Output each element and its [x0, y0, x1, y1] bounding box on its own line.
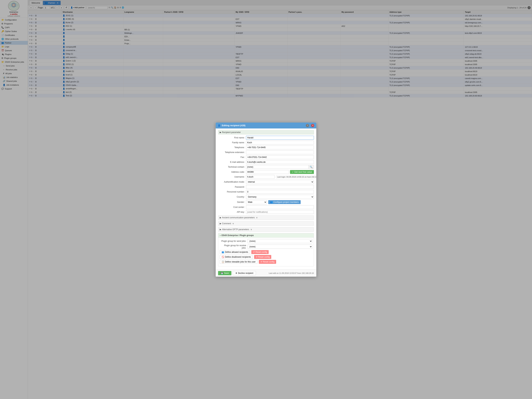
reset-allowed-button[interactable]: ↺ Reset config	[251, 250, 269, 254]
address-code-container: ✓ Get next free value	[246, 170, 314, 174]
address-code-row: Address code: ✓ Get next free value	[218, 170, 314, 174]
dialog-body: ▶ Recipient parameter First name: Family…	[216, 128, 316, 269]
plugin-send-row: Plugin group for send jobs: (none)	[220, 239, 312, 243]
alt-oftp-section: ▶ Alternative OFTP parameters ∨	[218, 227, 314, 232]
plugin-receive-label: Plugin group for receive jobs:	[220, 244, 247, 249]
technical-contact-input[interactable]	[246, 165, 309, 169]
personnel-number-row: Personnel number:	[218, 190, 314, 194]
recipient-params-section: ▶ Recipient parameter	[218, 130, 314, 134]
decline-recipient-button[interactable]: ⬇ Decline recipient	[233, 271, 256, 275]
telephone-ext-label: Telephone extension:	[218, 151, 246, 153]
define-disallowed-recipients-button[interactable]: 🚫 Define disallowed recipients	[220, 255, 253, 259]
alt-oftp-collapse-icon: ▶	[220, 228, 221, 231]
technical-contact-label: Technical contact:	[218, 166, 246, 168]
plugin-receive-select[interactable]: (none)	[247, 245, 312, 249]
comment-header[interactable]: ▶ Comment ∨	[218, 222, 314, 226]
dialog-footer: 💾 Save ⬇ Decline recipient Last edit on …	[216, 269, 316, 277]
disallowed-recipients-group: 🚫 Define disallowed recipients ↺ Reset c…	[220, 255, 312, 259]
login-info-text: Last login: 04.09.2018 14:56:15 on host …	[276, 175, 317, 179]
configure-project-members-button[interactable]: 👥 Configure project members	[268, 200, 301, 204]
save-button[interactable]: 💾 Save	[218, 271, 231, 275]
define-allowed-recipients-button[interactable]: 👥 Define allowed recipients	[220, 250, 250, 254]
dialog-title: Editing recipient (#28)	[222, 124, 304, 127]
reset-viewable-icon: ↺	[260, 261, 262, 263]
disallowed-recipients-icon: 🚫	[222, 256, 224, 258]
section-triangle-icon: ▶	[220, 131, 221, 133]
username-label: Username:	[218, 176, 246, 178]
comment-section: ▶ Comment ∨	[218, 221, 314, 226]
auth-mode-row: Authentification mode: internal external…	[218, 180, 314, 184]
decline-icon: ⬇	[235, 272, 237, 274]
api-key-row: API key:	[218, 210, 314, 214]
auth-mode-select[interactable]: internal external ldap	[246, 180, 314, 184]
reset-disallowed-button[interactable]: ↺ Reset config	[254, 255, 271, 259]
dialog-header: 👤 Editing recipient (#28) ? ✕	[216, 123, 316, 128]
country-label: Country:	[218, 196, 246, 198]
telephone-input[interactable]	[246, 146, 314, 149]
telephone-row: Telephone:	[218, 146, 314, 149]
address-code-input[interactable]	[246, 170, 289, 174]
footer-buttons: 💾 Save ⬇ Decline recipient	[218, 271, 256, 275]
cost-center-row: Cost center:	[218, 205, 314, 209]
technical-contact-search-button[interactable]: 🔍	[309, 165, 314, 169]
telephone-ext-input[interactable]	[246, 150, 314, 154]
plugin-groups-header: – OS4X Enterprise / Plugin groups	[218, 233, 314, 238]
address-code-label: Address code:	[218, 171, 246, 173]
family-name-input[interactable]	[246, 141, 314, 145]
plugin-receive-row: Plugin group for receive jobs: (none)	[220, 244, 312, 249]
password-row: Password:	[218, 185, 314, 189]
last-edit-info: Last edit on 11.09.2018 13:53:07 from 19…	[269, 272, 314, 274]
alt-oftp-header[interactable]: ▶ Alternative OFTP parameters ∨	[218, 227, 314, 232]
country-row: Country: Germany USA UK	[218, 195, 314, 199]
first-name-input[interactable]	[246, 136, 314, 140]
password-label: Password:	[218, 186, 246, 188]
ancient-comm-header[interactable]: ▶ Ancient communication parameters ∨	[218, 215, 314, 220]
email-row: E-mail address:	[218, 160, 314, 164]
plugin-groups-body: Plugin group for send jobs: (none) Plugi…	[218, 238, 314, 266]
define-viewable-jobs-button[interactable]: 📋 Define viewable jobs for this user	[220, 260, 258, 264]
username-row: Username: Last login: 04.09.2018 14:56:1…	[218, 175, 314, 179]
plugin-groups-section: – OS4X Enterprise / Plugin groups Plugin…	[218, 233, 314, 266]
reset-disallowed-icon: ↺	[256, 256, 258, 258]
email-input[interactable]	[246, 160, 314, 164]
first-name-row: First name:	[218, 136, 314, 140]
country-select[interactable]: Germany USA UK	[246, 195, 314, 199]
viewable-jobs-group: 📋 Define viewable jobs for this user ↺ R…	[220, 260, 312, 264]
get-next-free-button[interactable]: ✓ Get next free value	[290, 170, 314, 174]
expand-chevron-icon: ∨	[256, 216, 258, 219]
email-label: E-mail address:	[218, 161, 246, 163]
api-key-input[interactable]	[246, 210, 314, 214]
comment-chevron-icon: ∨	[232, 222, 234, 225]
gender-select[interactable]: Male Female Other	[246, 200, 267, 204]
cost-center-input[interactable]	[246, 205, 314, 209]
gender-row: Gender: Male Female Other 👥 Configure pr…	[218, 200, 314, 204]
family-name-row: Family name:	[218, 141, 314, 145]
reset-viewable-button[interactable]: ↺ Reset config	[259, 260, 276, 264]
password-input[interactable]	[246, 185, 314, 189]
plugin-send-select[interactable]: (none)	[247, 239, 312, 243]
telephone-ext-row: Telephone extension:	[218, 150, 314, 154]
personnel-number-input[interactable]	[246, 190, 314, 194]
dialog-help-button[interactable]: ?	[306, 124, 309, 127]
fax-input[interactable]	[246, 155, 314, 159]
alt-oftp-chevron-icon: ∨	[251, 228, 252, 231]
dialog-person-icon: 👤	[218, 124, 220, 127]
fax-row: Fax:	[218, 155, 314, 159]
dialog-close-button[interactable]: ✕	[311, 124, 314, 127]
username-input[interactable]	[246, 175, 274, 179]
technical-contact-row: Technical contact: 🔍	[218, 165, 314, 169]
collapse-icon: ▶	[220, 216, 221, 219]
dialog-overlay: 👤 Editing recipient (#28) ? ✕ ▶ Recipien…	[0, 0, 532, 399]
cost-center-label: Cost center:	[218, 206, 246, 208]
save-icon: 💾	[221, 272, 223, 274]
family-name-label: Family name:	[218, 141, 246, 144]
personnel-number-label: Personnel number:	[218, 191, 246, 193]
plugin-send-label: Plugin group for send jobs:	[220, 240, 247, 242]
fax-label: Fax:	[218, 156, 246, 158]
checkmark-icon: ✓	[292, 171, 294, 173]
viewable-jobs-icon: 📋	[222, 261, 224, 263]
telephone-label: Telephone:	[218, 146, 246, 149]
allowed-recipients-icon: 👥	[222, 251, 224, 253]
plugin-section-dash: –	[220, 234, 222, 237]
auth-mode-label: Authentification mode:	[218, 181, 246, 183]
